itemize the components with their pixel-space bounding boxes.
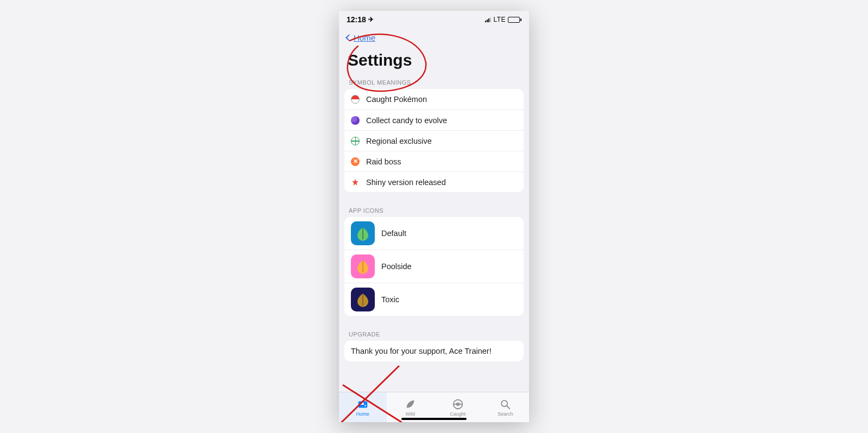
- section-header-upgrade: UPGRADE: [339, 326, 529, 341]
- appicon-label: Poolside: [381, 262, 412, 271]
- upgrade-row: Thank you for your support, Ace Trainer!: [344, 341, 524, 361]
- svg-point-3: [364, 405, 366, 406]
- status-bar: 12:18 ✈︎ LTE: [339, 11, 529, 28]
- symbol-row-shiny: Shiny version released: [344, 171, 524, 192]
- appicons-card: Default Poolside Toxic: [344, 217, 524, 316]
- symbol-label: Collect candy to evolve: [366, 116, 447, 125]
- appicon-toxic-icon: [351, 288, 375, 311]
- search-icon: [499, 398, 511, 410]
- svg-marker-0: [352, 179, 358, 186]
- back-home-link[interactable]: Home: [347, 33, 375, 42]
- phone-screen: 12:18 ✈︎ LTE Home Settings SYMBOL MEANIN…: [339, 11, 529, 422]
- symbol-label: Raid boss: [366, 157, 401, 166]
- chevron-left-icon: [345, 34, 353, 41]
- svg-line-7: [507, 405, 510, 409]
- location-icon: ✈︎: [368, 16, 374, 23]
- upgrade-card: Thank you for your support, Ace Trainer!: [344, 341, 524, 361]
- section-header-symbols: SYMBOL MEANINGS: [339, 74, 529, 89]
- back-label: Home: [354, 33, 375, 42]
- appicon-row-toxic[interactable]: Toxic: [344, 283, 524, 316]
- svg-rect-2: [360, 403, 363, 405]
- tab-search[interactable]: Search: [482, 392, 530, 422]
- page-title: Settings: [339, 44, 529, 74]
- home-icon: [357, 398, 369, 410]
- signal-icon: [485, 17, 491, 22]
- appicon-row-poolside[interactable]: Poolside: [344, 250, 524, 283]
- network-label: LTE: [493, 16, 506, 23]
- appicon-label: Default: [381, 229, 406, 238]
- globe-icon: [351, 137, 360, 145]
- symbol-row-caught: Caught Pokémon: [344, 89, 524, 110]
- symbol-label: Regional exclusive: [366, 137, 432, 145]
- status-right: LTE: [485, 16, 521, 23]
- symbol-row-regional: Regional exclusive: [344, 130, 524, 151]
- tab-label: Wild: [406, 411, 416, 417]
- home-indicator[interactable]: [401, 418, 467, 420]
- pokeball-icon: [351, 95, 360, 104]
- appicon-default-icon: [351, 221, 375, 245]
- appicon-poolside-icon: [351, 254, 375, 278]
- tab-home[interactable]: Home: [339, 392, 387, 422]
- symbol-row-raid: ✕ Raid boss: [344, 151, 524, 171]
- appicon-row-default[interactable]: Default: [344, 217, 524, 250]
- leaf-icon: [404, 398, 416, 410]
- tab-label: Caught: [450, 411, 466, 417]
- symbol-label: Caught Pokémon: [366, 95, 427, 104]
- tab-label: Search: [498, 411, 513, 417]
- shiny-icon: [351, 178, 360, 187]
- section-header-appicons: APP ICONS: [339, 202, 529, 217]
- symbol-row-candy: Collect candy to evolve: [344, 110, 524, 130]
- raid-icon: ✕: [351, 157, 360, 166]
- upgrade-message: Thank you for your support, Ace Trainer!: [351, 347, 492, 355]
- settings-content[interactable]: SYMBOL MEANINGS Caught Pokémon Collect c…: [339, 74, 529, 392]
- pokeball-icon: [452, 398, 464, 410]
- status-time: 12:18: [347, 15, 366, 24]
- status-left: 12:18 ✈︎: [347, 15, 374, 24]
- symbol-label: Shiny version released: [366, 178, 446, 187]
- appicon-label: Toxic: [381, 295, 399, 304]
- candy-icon: [351, 116, 360, 125]
- battery-icon: [508, 17, 521, 23]
- symbols-card: Caught Pokémon Collect candy to evolve R…: [344, 89, 524, 192]
- tab-label: Home: [356, 411, 369, 417]
